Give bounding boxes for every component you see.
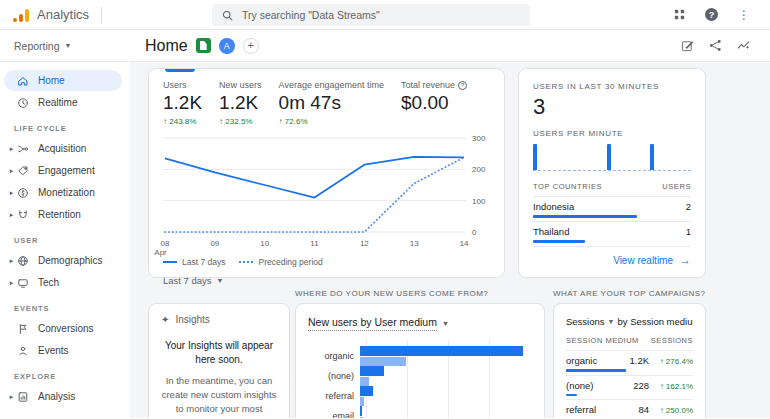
campaign-row-referral: referral84↑ 250.0% bbox=[566, 400, 693, 418]
hbar-category-label: referral bbox=[308, 391, 360, 401]
sidebar-item-demographics[interactable]: ▸Demographics bbox=[4, 250, 122, 271]
minute-bar bbox=[650, 144, 654, 170]
retention-icon bbox=[17, 209, 29, 221]
minute-slot bbox=[586, 143, 590, 170]
share-icon[interactable] bbox=[709, 39, 722, 52]
report-badge-icon bbox=[196, 38, 211, 53]
sidebar-item-events[interactable]: Events bbox=[4, 340, 122, 361]
metric-label-text: Total revenue bbox=[401, 80, 455, 90]
help-icon[interactable]: ? bbox=[705, 8, 718, 21]
sidebar-item-analysis[interactable]: ▸Analysis bbox=[4, 386, 122, 407]
sessions-delta: ↑ 276.4% bbox=[649, 357, 693, 366]
y-axis-tick: 300 bbox=[472, 134, 485, 143]
sidebar-item-acquisition[interactable]: ▸Acquisition bbox=[4, 138, 122, 159]
realtime-card: USERS IN LAST 30 MINUTES 3 USERS PER MIN… bbox=[518, 68, 706, 278]
legend-item-last-7-days: Last 7 days bbox=[163, 257, 225, 267]
new-users-chart-selector[interactable]: New users by User medium ▼ bbox=[308, 316, 532, 331]
minute-slot bbox=[597, 143, 601, 170]
campaigns-section-header: WHAT ARE YOUR TOP CAMPAIGNS? bbox=[553, 288, 706, 303]
insights-headline: Your Insights will appear here soon. bbox=[161, 339, 277, 366]
users-per-minute-chart bbox=[533, 143, 691, 171]
metric-value: 0m 47s bbox=[279, 92, 384, 114]
overview-card: Users1.2K↑ 243.8%New users1.2K↑ 232.5%Av… bbox=[148, 68, 505, 278]
minute-slot bbox=[623, 143, 627, 170]
expand-caret-icon[interactable]: ▸ bbox=[7, 279, 16, 287]
search-input[interactable] bbox=[242, 9, 520, 21]
engagement-icon bbox=[17, 165, 29, 177]
metric-selector[interactable]: Sessions bbox=[566, 316, 605, 327]
search-icon bbox=[222, 10, 233, 21]
chevron-down-icon: ▼ bbox=[65, 42, 72, 49]
legend-label: Preceding period bbox=[258, 257, 322, 267]
metric-new-users[interactable]: New users1.2K↑ 232.5% bbox=[219, 80, 262, 126]
person-icon bbox=[17, 345, 29, 357]
metric-delta: ↑ 243.8% bbox=[163, 117, 202, 126]
sidebar-item-engagement[interactable]: ▸Engagement bbox=[4, 160, 122, 181]
analytics-logo[interactable]: Analytics bbox=[12, 7, 89, 22]
sidebar-item-home[interactable]: Home bbox=[4, 70, 122, 91]
metric-average-engagement-time[interactable]: Average engagement time0m 47s↑ 72.6% bbox=[279, 80, 384, 126]
date-range-selector[interactable]: Last 7 days ▼ bbox=[163, 275, 224, 286]
apps-grid-icon[interactable] bbox=[674, 9, 685, 20]
expand-caret-icon[interactable]: ▸ bbox=[7, 257, 16, 265]
x-axis-tick: 13 bbox=[410, 239, 419, 248]
sidebar-item-conversions[interactable]: Conversions bbox=[4, 318, 122, 339]
hbar-bars bbox=[360, 386, 532, 406]
country-row-indonesia: Indonesia2 bbox=[533, 197, 691, 222]
report-actions bbox=[681, 39, 750, 52]
sidebar-item-label: Tech bbox=[38, 277, 120, 289]
sidebar-item-retention[interactable]: ▸Retention bbox=[4, 204, 122, 225]
hbar-category-label: email bbox=[308, 411, 360, 418]
minute-slot bbox=[570, 143, 574, 170]
sessions-value: 228 bbox=[623, 380, 649, 391]
help-icon[interactable]: ? bbox=[458, 81, 467, 90]
minute-slot bbox=[671, 143, 675, 170]
comparison-avatar[interactable]: A bbox=[219, 38, 235, 54]
analytics-app: Analytics ? ⋮ Reporting ▼ Home A + bbox=[0, 0, 770, 419]
expand-caret-icon[interactable]: ▸ bbox=[7, 145, 16, 153]
insights-body: In the meantime, you can create new cust… bbox=[161, 374, 277, 418]
legend-solid-sample-icon bbox=[163, 261, 177, 263]
customize-report-icon[interactable] bbox=[681, 39, 694, 52]
more-vert-icon[interactable]: ⋮ bbox=[738, 8, 750, 22]
expand-caret-icon[interactable]: ▸ bbox=[7, 393, 16, 401]
session-medium-value: (none) bbox=[566, 380, 623, 391]
x-axis-tick: 14 bbox=[460, 239, 469, 248]
y-axis-tick: 200 bbox=[472, 165, 485, 174]
minute-slot bbox=[676, 143, 680, 170]
hbar-bars bbox=[360, 346, 532, 366]
minute-slot bbox=[644, 143, 648, 170]
legend-dotted-sample-icon bbox=[239, 261, 253, 263]
clock-icon bbox=[17, 97, 29, 109]
minute-slot bbox=[618, 143, 622, 170]
delta-up-arrow-icon: ↑ bbox=[660, 382, 666, 391]
sessions-value: 1.2K bbox=[623, 355, 649, 366]
metric-users[interactable]: Users1.2K↑ 243.8% bbox=[163, 80, 202, 126]
sidebar-item-tech[interactable]: ▸Tech bbox=[4, 272, 122, 293]
users-column-header: USERS bbox=[662, 182, 691, 191]
reporting-nav-dropdown[interactable]: Reporting ▼ bbox=[14, 40, 71, 52]
insights-icon[interactable] bbox=[737, 39, 750, 52]
minute-slot bbox=[681, 143, 685, 170]
sidebar-section-label: EXPLORE bbox=[14, 372, 130, 381]
metric-value: 1.2K bbox=[219, 92, 262, 114]
new-users-section-header: WHERE DO YOUR NEW USERS COME FROM? bbox=[295, 288, 545, 303]
sidebar-item-realtime[interactable]: Realtime bbox=[4, 92, 122, 113]
minute-slot bbox=[533, 143, 537, 170]
expand-caret-icon[interactable]: ▸ bbox=[7, 189, 16, 197]
metric-total-revenue[interactable]: Total revenue?$0.00 bbox=[401, 80, 467, 126]
expand-caret-icon[interactable]: ▸ bbox=[7, 211, 16, 219]
view-realtime-link[interactable]: View realtime → bbox=[533, 253, 691, 267]
metric-label-text: New users bbox=[219, 80, 262, 90]
view-realtime-label: View realtime bbox=[613, 255, 673, 266]
country-users: 2 bbox=[686, 201, 691, 212]
expand-caret-icon[interactable]: ▸ bbox=[7, 167, 16, 175]
add-comparison-button[interactable]: + bbox=[243, 38, 259, 54]
campaigns-table: SESSION MEDIUM SESSIONS organic1.2K↑ 276… bbox=[566, 336, 693, 418]
sidebar-item-monetization[interactable]: ▸Monetization bbox=[4, 182, 122, 203]
current-period-bar bbox=[360, 406, 362, 416]
acquisition-icon bbox=[17, 143, 29, 155]
realtime-title: USERS IN LAST 30 MINUTES bbox=[533, 82, 691, 91]
search-bar[interactable] bbox=[212, 4, 530, 26]
dimension-selector[interactable]: by Session medium bbox=[618, 316, 694, 327]
